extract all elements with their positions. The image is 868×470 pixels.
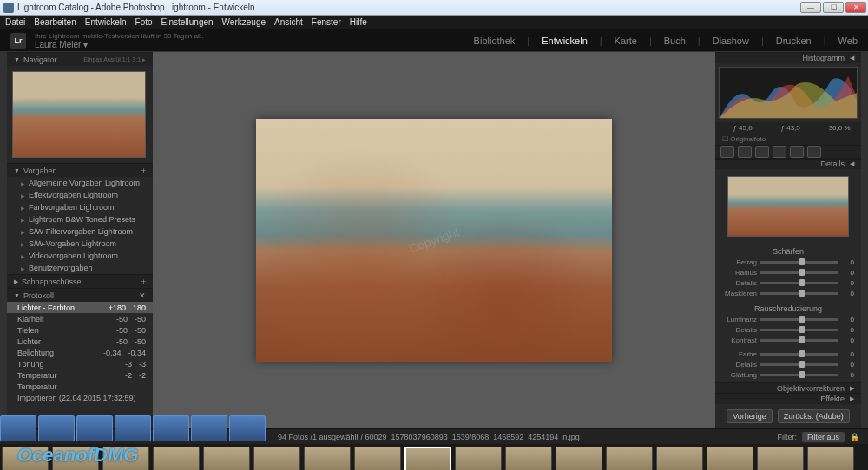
module-entwickeln[interactable]: Entwickeln bbox=[542, 36, 588, 46]
brush-tool-icon[interactable] bbox=[807, 146, 821, 158]
slider-farbe[interactable]: Farbe0 bbox=[722, 349, 854, 360]
filmstrip-thumb[interactable] bbox=[606, 447, 653, 470]
filmstrip-thumb[interactable] bbox=[707, 447, 753, 470]
menu-bearbeiten[interactable]: Bearbeiten bbox=[34, 17, 76, 27]
navigator-thumbnail[interactable] bbox=[12, 71, 146, 158]
menu-ansicht[interactable]: Ansicht bbox=[274, 17, 303, 27]
module-karte[interactable]: Karte bbox=[615, 36, 637, 46]
filmstrip-thumb[interactable] bbox=[404, 447, 451, 470]
user-name[interactable]: Laura Meier ▾ bbox=[35, 40, 204, 49]
taskbar-item[interactable] bbox=[153, 415, 189, 441]
preset-item[interactable]: Lightroom B&W Toned Presets bbox=[7, 213, 153, 225]
original-photo-checkbox[interactable]: ☐ Originalfoto bbox=[715, 134, 861, 145]
reset-button[interactable]: Zurücks. (Adobe) bbox=[778, 409, 850, 423]
taskbar-item[interactable] bbox=[229, 415, 266, 441]
menu-datei[interactable]: Datei bbox=[5, 17, 25, 27]
slider-details[interactable]: Details0 bbox=[722, 360, 854, 370]
menu-foto[interactable]: Foto bbox=[135, 17, 153, 27]
filmstrip-thumb[interactable] bbox=[757, 447, 804, 470]
gradient-tool-icon[interactable] bbox=[773, 146, 786, 158]
module-picker: Bibliothek|Entwickeln|Karte|Buch|Diashow… bbox=[474, 36, 858, 46]
module-bibliothek[interactable]: Bibliothek bbox=[474, 36, 516, 46]
history-item[interactable]: Klarheit-50-50 bbox=[7, 313, 153, 324]
filmstrip-thumb[interactable] bbox=[354, 447, 401, 470]
maximize-button[interactable]: ☐ bbox=[823, 2, 844, 13]
menu-hilfe[interactable]: Hilfe bbox=[350, 17, 367, 27]
history-item[interactable]: Lichter - Farbton+180180 bbox=[7, 302, 153, 313]
filmstrip-thumb[interactable] bbox=[153, 447, 200, 470]
slider-details[interactable]: Details0 bbox=[722, 325, 854, 336]
filmstrip-thumb[interactable] bbox=[253, 447, 300, 470]
histogram-header[interactable]: Histogramm◀ bbox=[715, 52, 861, 63]
main-photo[interactable]: Copyright bbox=[256, 119, 612, 362]
slider-details[interactable]: Details0 bbox=[722, 278, 854, 289]
filmstrip-thumb[interactable] bbox=[102, 447, 149, 470]
history-item[interactable]: Lichter-50-50 bbox=[7, 336, 153, 347]
filmstrip-thumb[interactable] bbox=[505, 447, 552, 470]
snapshots-header[interactable]: ▶Schnappschüsse+ bbox=[7, 274, 153, 288]
taskbar-item[interactable] bbox=[191, 415, 227, 441]
preset-item[interactable]: Benutzervorgaben bbox=[7, 262, 153, 274]
minimize-button[interactable]: — bbox=[800, 2, 821, 13]
module-web[interactable]: Web bbox=[838, 36, 858, 46]
slider-glättung[interactable]: Glättung0 bbox=[722, 370, 854, 381]
filter-off-pill[interactable]: Filter aus bbox=[802, 432, 845, 442]
canvas-area[interactable]: Copyright bbox=[153, 52, 715, 428]
navigator-header[interactable]: ▼Navigator Einpas Ausfül 1:1 3:1 ▸ bbox=[7, 52, 153, 66]
details-header[interactable]: Details◀ bbox=[715, 159, 861, 170]
slider-radius[interactable]: Radius0 bbox=[722, 268, 854, 278]
preset-item[interactable]: Allgemeine Vorgaben Lightroom bbox=[7, 177, 153, 189]
history-item[interactable]: Belichtung-0,34-0,34 bbox=[7, 347, 153, 358]
right-panel-toggle[interactable] bbox=[861, 52, 868, 428]
history-item[interactable]: Temperatur-2-2 bbox=[7, 369, 153, 381]
history-item[interactable]: Importieren (22.04.2015 17:32:59) bbox=[7, 392, 153, 403]
filmstrip[interactable] bbox=[0, 444, 868, 470]
detail-thumbnail[interactable] bbox=[727, 176, 849, 237]
preset-item[interactable]: S/W-Vorgaben Lightroom bbox=[7, 238, 153, 250]
slider-maskieren[interactable]: Maskieren0 bbox=[722, 289, 854, 299]
preset-item[interactable]: Videovorgaben Lightroom bbox=[7, 250, 153, 262]
close-button[interactable]: ✕ bbox=[845, 2, 866, 13]
menu-entwickeln[interactable]: Entwickeln bbox=[85, 17, 127, 27]
taskbar-item[interactable] bbox=[76, 415, 113, 441]
module-drucken[interactable]: Drucken bbox=[776, 36, 812, 46]
tool-strip bbox=[715, 145, 861, 159]
filmstrip-thumb[interactable] bbox=[656, 447, 703, 470]
menu-werkzeuge[interactable]: Werkzeuge bbox=[222, 17, 266, 27]
lens-header[interactable]: Objektivkorrekturen▶ bbox=[715, 382, 861, 394]
history-item[interactable]: Tiefen-50-50 bbox=[7, 324, 153, 336]
effects-header[interactable]: Effekte▶ bbox=[715, 393, 861, 404]
slider-luminanz[interactable]: Luminanz0 bbox=[722, 315, 854, 325]
history-item[interactable]: Tönung-3-3 bbox=[7, 358, 153, 369]
radial-tool-icon[interactable] bbox=[790, 146, 804, 158]
filmstrip-thumb[interactable] bbox=[203, 447, 250, 470]
filter-lock-icon[interactable]: 🔒 bbox=[850, 433, 859, 441]
presets-header[interactable]: ▼Vorgaben+ bbox=[7, 163, 153, 177]
preset-item[interactable]: S/W-Filtervorgaben Lightroom bbox=[7, 225, 153, 238]
history-header[interactable]: ▼Protokoll✕ bbox=[7, 288, 153, 302]
redeye-tool-icon[interactable] bbox=[755, 146, 769, 158]
previous-button[interactable]: Vorherige bbox=[727, 409, 773, 423]
taskbar-item[interactable] bbox=[115, 415, 151, 441]
taskbar-item[interactable] bbox=[38, 415, 75, 441]
preset-item[interactable]: Effektvorgaben Lightroom bbox=[7, 189, 153, 201]
filmstrip-thumb[interactable] bbox=[52, 447, 99, 470]
preset-item[interactable]: Farbvorgaben Lightroom bbox=[7, 201, 153, 213]
slider-betrag[interactable]: Betrag0 bbox=[722, 258, 854, 268]
crop-tool-icon[interactable] bbox=[720, 146, 734, 158]
left-panel-toggle[interactable] bbox=[0, 52, 7, 428]
spot-tool-icon[interactable] bbox=[738, 146, 752, 158]
filmstrip-thumb[interactable] bbox=[304, 447, 351, 470]
slider-kontrast[interactable]: Kontrast0 bbox=[722, 336, 854, 346]
menu-fenster[interactable]: Fenster bbox=[312, 17, 341, 27]
filmstrip-thumb[interactable] bbox=[556, 447, 602, 470]
module-buch[interactable]: Buch bbox=[664, 36, 686, 46]
taskbar-item[interactable] bbox=[0, 415, 36, 441]
filmstrip-thumb[interactable] bbox=[807, 447, 854, 470]
filmstrip-thumb[interactable] bbox=[455, 447, 502, 470]
module-diashow[interactable]: Diashow bbox=[713, 36, 749, 46]
history-item[interactable]: Temperatur bbox=[7, 381, 153, 392]
histogram-display[interactable] bbox=[719, 67, 858, 119]
menu-einstellungen[interactable]: Einstellungen bbox=[161, 17, 214, 27]
filmstrip-thumb[interactable] bbox=[2, 447, 49, 470]
